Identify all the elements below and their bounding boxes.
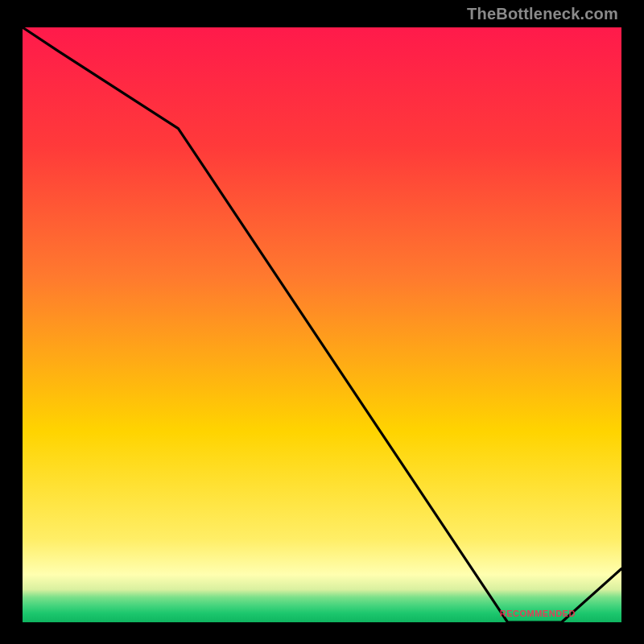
heat-background — [23, 27, 621, 622]
bottleneck-chart: RECOMMENDED — [0, 0, 644, 644]
chart-stage: TheBottleneck.com RECOMMENDED — [0, 0, 644, 644]
recommended-annotation: RECOMMENDED — [500, 609, 576, 618]
attribution-label: TheBottleneck.com — [467, 5, 618, 23]
